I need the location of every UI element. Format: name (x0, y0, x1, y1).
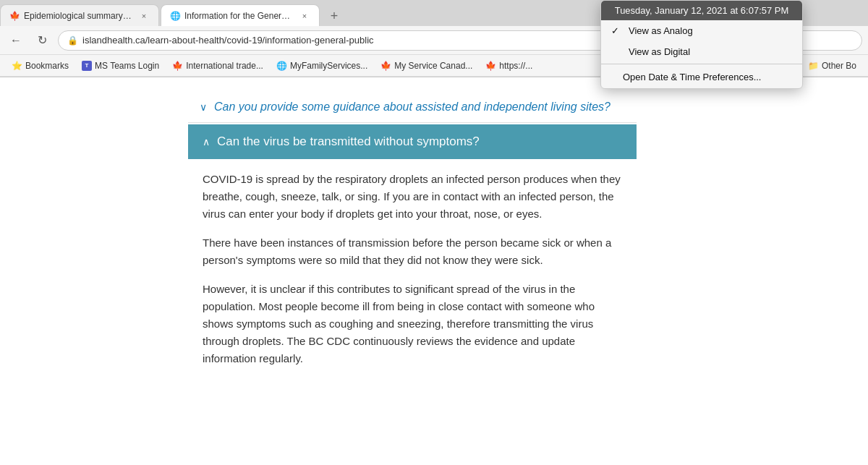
service-canada-label: My Service Canad... (394, 61, 472, 71)
faq-closed-link[interactable]: Can you provide some guidance about assi… (214, 101, 610, 114)
view-digital-label: View as Digital (629, 46, 690, 57)
tab1-favicon: 🍁 (9, 11, 20, 21)
faq-answer-paragraph-1: COVID-19 is spread by the respiratory dr… (203, 171, 622, 223)
chevron-up-icon: ∧ (203, 136, 210, 148)
bookmarks-folder[interactable]: ⭐ Bookmarks (6, 59, 75, 73)
other-bookmarks-label: Other Bo (822, 61, 856, 71)
folder-icon: 📁 (808, 61, 819, 71)
preferences-label: Open Date & Time Preferences... (623, 72, 761, 82)
https-bookmark[interactable]: 🍁 https://... (480, 59, 538, 73)
tab2-favicon: 🌐 (170, 11, 180, 21)
back-button[interactable]: ← (6, 30, 26, 51)
other-bookmarks-folder[interactable]: 📁 Other Bo (802, 59, 862, 73)
tab1-close-button[interactable]: × (138, 10, 150, 22)
faq-answer-paragraph-3: However, it is unclear if this contribut… (203, 281, 622, 367)
new-tab-button[interactable]: + (324, 6, 344, 26)
dropdown-separator (601, 64, 802, 64)
service-canada-icon: 🍁 (380, 61, 391, 71)
datetime-header: Tuesday, January 12, 2021 at 6:07:57 PM (601, 1, 802, 20)
my-service-canada-bookmark[interactable]: 🍁 My Service Canad... (375, 59, 478, 73)
faq-answer: COVID-19 is spread by the respiratory dr… (188, 159, 637, 379)
teams-icon: T (82, 61, 92, 71)
main-content: ∨ Can you provide some guidance about as… (0, 77, 868, 465)
view-digital-item[interactable]: View as Digital (601, 41, 802, 62)
ms-teams-label: MS Teams Login (95, 61, 159, 71)
https-label: https://... (499, 61, 532, 71)
tab2-close-button[interactable]: × (299, 10, 310, 22)
faq-answer-paragraph-2: There have been instances of transmissio… (203, 234, 622, 269)
tab-information[interactable]: 🌐 Information for the General Pul × (161, 4, 320, 26)
faq-open-question-text: Can the virus be transmitted without sym… (217, 135, 480, 149)
maple-icon: 🍁 (9, 11, 20, 21)
content-inner: ∨ Can you provide some guidance about as… (188, 77, 637, 395)
view-analog-item[interactable]: ✓ View as Analog (601, 20, 802, 41)
intl-trade-bookmark[interactable]: 🍁 International trade... (166, 59, 269, 73)
myfamily-label: MyFamilyServices... (290, 61, 367, 71)
chevron-down-icon: ∨ (200, 101, 207, 113)
lock-icon: 🔒 (67, 35, 78, 46)
star-icon: ⭐ (12, 61, 22, 71)
view-analog-label: View as Analog (629, 25, 693, 36)
refresh-button[interactable]: ↻ (32, 30, 52, 51)
faq-item-closed: ∨ Can you provide some guidance about as… (188, 92, 637, 123)
faq-item-open: ∧ Can the virus be transmitted without s… (188, 124, 637, 379)
tab1-title: Epidemiological summary of C (24, 11, 134, 21)
open-preferences-item[interactable]: Open Date & Time Preferences... (601, 66, 802, 88)
intl-maple-icon: 🍁 (172, 61, 183, 71)
tab-epidemiological[interactable]: 🍁 Epidemiological summary of C × (0, 4, 159, 26)
globe-favicon-icon: 🌐 (170, 11, 181, 21)
https-icon: 🍁 (485, 61, 496, 71)
myfamily-icon: 🌐 (276, 61, 287, 71)
checkmark-icon: ✓ (611, 25, 623, 36)
tab2-title: Information for the General Pul (184, 11, 294, 21)
ms-teams-bookmark[interactable]: T MS Teams Login (76, 59, 165, 73)
faq-open-header[interactable]: ∧ Can the virus be transmitted without s… (188, 124, 637, 159)
faq-closed-question[interactable]: ∨ Can you provide some guidance about as… (188, 92, 637, 123)
intl-trade-label: International trade... (186, 61, 263, 71)
myfamily-bookmark[interactable]: 🌐 MyFamilyServices... (271, 59, 373, 73)
datetime-dropdown-menu: Tuesday, January 12, 2021 at 6:07:57 PM … (600, 0, 803, 89)
bookmarks-label: Bookmarks (25, 61, 69, 71)
